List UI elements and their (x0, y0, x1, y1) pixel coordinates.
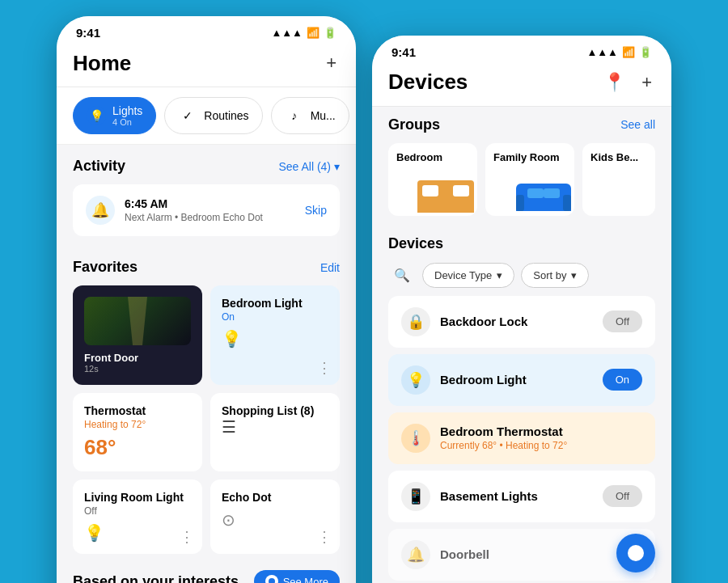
bedroom-light-toggle[interactable]: On (603, 369, 642, 391)
devices-phone: 9:41 ▲▲▲ 📶 🔋 Devices 📍 + Groups (372, 36, 671, 584)
lights-chip-icon: 💡 (87, 106, 106, 125)
basement-lights-name: Basement Lights (440, 489, 538, 503)
device-row-doorbell[interactable]: 🔔 Doorbell (388, 529, 655, 581)
sort-by-label: Sort by (533, 269, 566, 281)
fav-thermostat-value: 68° (84, 435, 191, 460)
home-phone: 9:41 ▲▲▲ 📶 🔋 Home + 💡 Light (57, 16, 356, 583)
fav-thermostat-title: Thermostat (84, 404, 191, 417)
thermostat-name: Bedroom Thermostat (440, 425, 567, 438)
bedroom-light-name: Bedroom Light (440, 373, 527, 387)
activity-info: 6:45 AM Next Alarm • Bedroom Echo Dot (125, 197, 263, 223)
sort-by-chevron: ▾ (571, 269, 577, 281)
skip-button[interactable]: Skip (305, 204, 327, 217)
music-chip-icon: ♪ (285, 106, 304, 125)
see-more-button[interactable]: See More (254, 570, 340, 583)
card-menu-dots[interactable]: ⋮ (317, 359, 332, 377)
activity-alarm-icon: 🔔 (86, 196, 115, 225)
device-left-backdoor: 🔒 Backdoor Lock (401, 307, 527, 336)
signal-icon: ▲▲▲ (271, 27, 303, 39)
fav-bedroom-light-title: Bedroom Light (222, 297, 328, 310)
lights-chip-count: 4 On (112, 117, 142, 127)
see-all-groups-link[interactable]: See all (620, 118, 655, 131)
basement-lights-icon: 📱 (401, 482, 430, 511)
device-row-backdoor-lock[interactable]: 🔒 Backdoor Lock Off (388, 296, 655, 348)
routines-chip-icon: ✓ (178, 106, 197, 125)
device-info-backdoor: Backdoor Lock (440, 315, 527, 328)
quick-action-routines[interactable]: ✓ Routines (164, 97, 262, 134)
fav-card-thermostat[interactable]: Thermostat Heating to 72° 68° (73, 393, 202, 471)
add-home-button[interactable]: + (323, 49, 340, 77)
activity-title: Activity (73, 158, 125, 175)
fav-card-living-room[interactable]: Living Room Light Off 💡 ⋮ (73, 479, 202, 554)
lock-icon: 🔒 (401, 307, 430, 336)
groups-row: Bedroom Family Room (388, 143, 655, 219)
favorites-title: Favorites (73, 259, 138, 276)
activity-time: 6:45 AM (125, 197, 263, 210)
device-row-basement-lights[interactable]: 📱 Basement Lights Off (388, 471, 655, 522)
device-info-basement: Basement Lights (440, 489, 538, 503)
group-card-bedroom[interactable]: Bedroom (388, 143, 477, 216)
quick-action-lights[interactable]: 💡 Lights 4 On (73, 97, 156, 134)
light-on-icon: 💡 (401, 365, 430, 395)
thermostat-status: Currently 68° • Heating to 72° (440, 440, 567, 451)
device-row-bedroom-light[interactable]: 💡 Bedroom Light On (388, 354, 655, 406)
chevron-down-icon: ▾ (334, 160, 340, 173)
basement-lights-toggle[interactable]: Off (603, 485, 642, 507)
interests-title: Based on your interests (73, 573, 239, 584)
devices-filter-row: 🔍 Device Type ▾ Sort by ▾ (372, 252, 671, 296)
group-card-family-room[interactable]: Family Room (485, 143, 574, 216)
card-menu-dots-3[interactable]: ⋮ (317, 528, 332, 546)
battery-icon: 🔋 (324, 27, 336, 39)
device-info-doorbell: Doorbell (440, 547, 489, 561)
group-card-kids[interactable]: Kids Be... (582, 143, 655, 216)
alexa-fab-button[interactable] (616, 534, 655, 572)
fav-echo-title: Echo Dot (222, 491, 328, 504)
bedroom-group-name: Bedroom (396, 151, 469, 163)
favorites-grid: Front Door 12s Bedroom Light On 💡 ⋮ Ther… (73, 285, 340, 554)
device-info-thermostat: Bedroom Thermostat Currently 68° • Heati… (440, 425, 567, 451)
bulb-off-icon: 💡 (84, 523, 191, 543)
fav-card-echo[interactable]: Echo Dot ⊙ ⋮ (210, 479, 340, 554)
list-icon: ☰ (222, 418, 236, 436)
activity-section: Activity See All (4) ▾ 🔔 6:45 AM Next Al… (57, 145, 356, 246)
quick-action-music[interactable]: ♪ Mu... (271, 97, 349, 134)
status-time-devices: 9:41 (392, 45, 416, 59)
device-type-label: Device Type (434, 269, 492, 281)
fav-thermostat-subtitle: Heating to 72° (84, 419, 191, 430)
backdoor-lock-name: Backdoor Lock (440, 315, 527, 328)
device-type-chevron: ▾ (497, 269, 502, 281)
edit-favorites-link[interactable]: Edit (320, 261, 340, 274)
devices-header-actions: 📍 + (600, 69, 655, 96)
see-more-label: See More (283, 576, 328, 584)
status-icons-devices: ▲▲▲ 📶 🔋 (586, 46, 652, 58)
fav-shopping-title: Shopping List (8) (222, 404, 328, 417)
favorites-header: Favorites Edit (73, 259, 340, 276)
groups-title: Groups (388, 116, 440, 133)
devices-page-title: Devices (388, 70, 468, 95)
device-type-filter[interactable]: Device Type ▾ (422, 263, 514, 288)
family-room-group-name: Family Room (493, 151, 566, 163)
card-menu-dots-2[interactable]: ⋮ (180, 528, 194, 546)
wifi-icon-d: 📶 (622, 46, 635, 58)
sort-by-filter[interactable]: Sort by ▾ (521, 263, 589, 288)
home-page-title: Home (73, 51, 131, 76)
add-device-button[interactable]: + (638, 69, 655, 96)
fav-camera-time: 12s (84, 364, 191, 374)
fav-living-room-status: Off (84, 505, 191, 517)
groups-section: Groups See all Bedroom (372, 107, 671, 226)
fav-card-shopping[interactable]: Shopping List (8) ☰ (210, 393, 340, 471)
see-all-activity-link[interactable]: See All (4) ▾ (278, 160, 340, 173)
search-devices-button[interactable]: 🔍 (388, 262, 416, 289)
devices-section-header: Devices (372, 226, 671, 252)
fav-card-bedroom-light[interactable]: Bedroom Light On 💡 ⋮ (210, 285, 340, 385)
devices-section-title: Devices (388, 235, 443, 251)
location-button[interactable]: 📍 (600, 69, 629, 96)
kids-group-name: Kids Be... (590, 151, 647, 163)
device-row-bedroom-thermostat[interactable]: 🌡️ Bedroom Thermostat Currently 68° • He… (388, 412, 655, 464)
interests-header: Based on your interests See More (57, 560, 356, 583)
lights-chip-label: Lights (112, 104, 142, 117)
fav-card-front-door[interactable]: Front Door 12s (73, 285, 202, 385)
activity-card: 🔔 6:45 AM Next Alarm • Bedroom Echo Dot … (73, 184, 340, 236)
device-info-bedroom-light: Bedroom Light (440, 373, 527, 387)
backdoor-lock-toggle[interactable]: Off (603, 311, 642, 332)
